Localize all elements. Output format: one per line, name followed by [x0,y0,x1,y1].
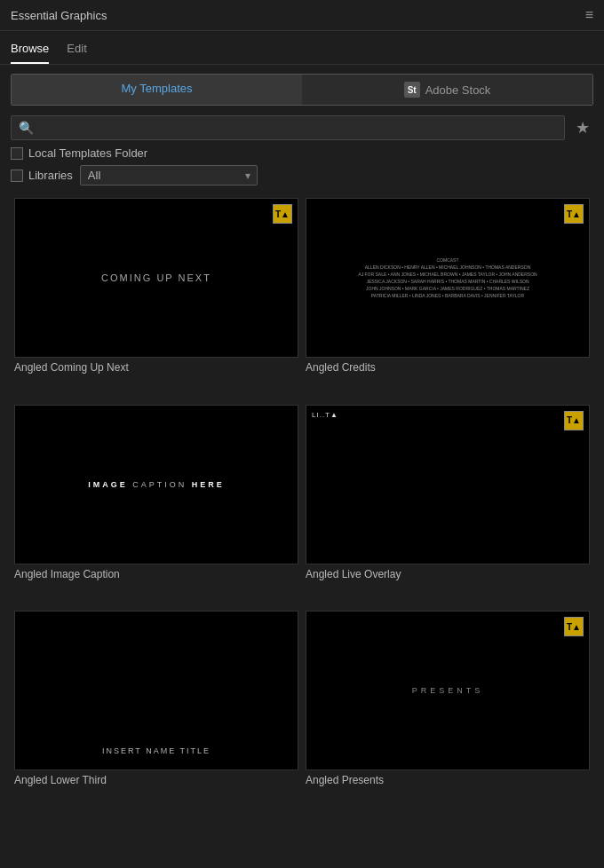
thumb-label: COMING UP NEXT [101,272,211,283]
ta-badge: T▲ [564,411,584,430]
template-name-lower-third: Angled Lower Third [14,774,298,786]
search-input[interactable] [39,122,557,135]
template-cell-coming-up-next[interactable]: COMING UP NEXT T▲ Angled Coming Up Next [11,194,302,401]
search-icon: 🔍 [19,121,34,135]
libraries-select[interactable]: All [80,165,258,185]
credits-text: COMCAST ALLEN DICKSON • HENRY ALLEN • MI… [349,256,545,299]
my-templates-button[interactable]: My Templates [12,75,302,105]
template-cell-lower-third[interactable]: INSERT NAME TITLE Angled Lower Third [11,607,302,814]
template-cell-live-overlay[interactable]: LI..T▲ T▲ Angled Live Overlay [302,401,593,608]
template-name-coming-up-next: Angled Coming Up Next [14,361,298,374]
libraries-select-wrap: All [80,165,258,185]
caption-text: IMAGE CAPTION HERE [88,480,225,489]
search-field-wrap[interactable]: 🔍 [11,115,565,140]
adobe-stock-icon: St [404,82,420,98]
title-bar: Essential Graphics ≡ [0,0,604,31]
menu-icon[interactable]: ≡ [585,7,593,23]
template-name-credits: Angled Credits [306,361,590,374]
lower-third-text: INSERT NAME TITLE [102,746,211,755]
libraries-checkbox[interactable] [11,170,23,182]
ta-badge: T▲ [564,204,584,224]
template-thumb-credits: COMCAST ALLEN DICKSON • HENRY ALLEN • MI… [306,198,590,358]
ta-badge: T▲ [564,617,584,636]
ta-badge: T▲ [273,204,292,224]
template-grid: COMING UP NEXT T▲ Angled Coming Up Next … [11,194,593,814]
template-name-image-caption: Angled Image Caption [14,568,298,580]
template-cell-presents[interactable]: PRESENTS T▲ Angled Presents [302,607,593,814]
tab-browse[interactable]: Browse [11,38,49,64]
template-source-toggle: My Templates St Adobe Stock [11,74,593,106]
template-name-live-overlay: Angled Live Overlay [306,568,590,580]
template-thumb-image-caption: IMAGE CAPTION HERE [14,405,298,564]
adobe-stock-button[interactable]: St Adobe Stock [302,75,592,105]
libraries-filter-row: Libraries All [11,165,593,185]
template-thumb-presents: PRESENTS T▲ [306,611,590,770]
local-templates-checkbox[interactable] [11,147,23,160]
tab-edit[interactable]: Edit [67,38,86,64]
local-templates-label: Local Templates Folder [28,146,147,160]
template-cell-image-caption[interactable]: IMAGE CAPTION HERE Angled Image Caption [11,401,302,608]
favorites-star-icon[interactable]: ★ [572,114,593,141]
tab-bar: Browse Edit [0,31,604,65]
libraries-label: Libraries [28,169,73,182]
template-thumb-live-overlay: LI..T▲ T▲ [306,405,590,564]
libraries-checkbox-wrap[interactable]: Libraries [11,169,73,182]
search-row: 🔍 ★ [11,114,593,141]
template-cell-credits[interactable]: COMCAST ALLEN DICKSON • HENRY ALLEN • MI… [302,194,593,401]
local-templates-filter-row: Local Templates Folder [11,146,593,160]
template-name-presents: Angled Presents [306,774,590,786]
app-title: Essential Graphics [11,9,107,22]
template-thumb-lower-third: INSERT NAME TITLE [14,611,298,770]
live-badge: LI..T▲ [312,411,338,419]
template-thumb-coming-up-next: COMING UP NEXT T▲ [14,198,298,358]
local-templates-checkbox-wrap[interactable]: Local Templates Folder [11,146,147,160]
presents-text: PRESENTS [412,686,484,695]
